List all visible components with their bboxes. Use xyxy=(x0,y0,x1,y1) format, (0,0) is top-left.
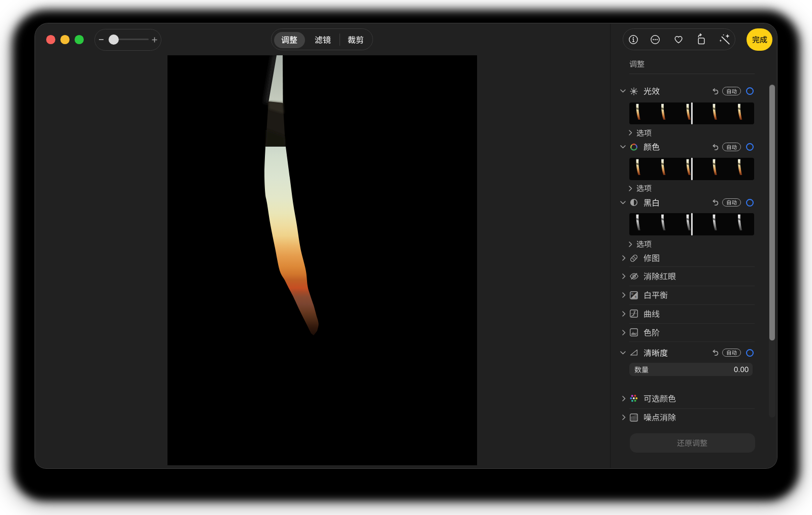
svg-text:W: W xyxy=(631,292,633,295)
